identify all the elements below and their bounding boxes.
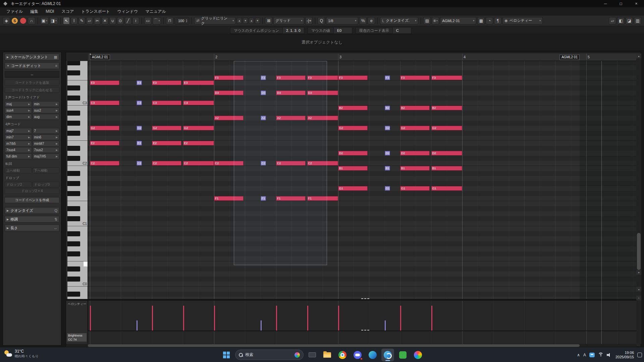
trim-tool[interactable]: ✂ <box>94 17 101 24</box>
white-key[interactable] <box>67 256 88 261</box>
white-key[interactable] <box>67 116 88 121</box>
quantize-preset-dropdown[interactable]: 1/8▾ <box>326 17 358 24</box>
midi-note[interactable]: E3 <box>90 80 119 85</box>
white-key[interactable] <box>67 226 88 231</box>
white-key[interactable] <box>67 297 88 299</box>
time-warp-tool[interactable]: ≀ <box>132 17 139 24</box>
info-value[interactable]: 2. 1. 3. 0 <box>282 27 304 34</box>
midi-note[interactable]: D2 <box>431 151 463 156</box>
line-tool[interactable]: ╱ <box>125 17 131 24</box>
velocity-stem[interactable] <box>276 306 277 330</box>
object-selection-tool[interactable]: ↖ <box>63 17 70 24</box>
minimize-button[interactable]: ─ <box>598 0 613 7</box>
velocity-lane[interactable] <box>88 301 636 330</box>
white-key[interactable]: C1 <box>67 221 88 226</box>
white-key[interactable] <box>67 211 88 216</box>
midi-note[interactable]: C2 <box>90 161 119 166</box>
white-key[interactable] <box>67 196 88 201</box>
discord-app-button[interactable] <box>351 349 364 361</box>
section-chord-edit[interactable]: ▼ コードエディット ≡ <box>5 62 59 69</box>
open-in-separate-window-icon[interactable]: ▱ <box>609 17 616 24</box>
white-key[interactable] <box>67 75 88 80</box>
record-step-input-button[interactable] <box>20 18 26 24</box>
black-key[interactable] <box>67 191 80 196</box>
part-editing-mode-icon[interactable]: ⌒▾ <box>153 17 161 24</box>
menu-item-1[interactable]: 編集 <box>26 7 42 15</box>
glue-tool[interactable]: ∪ <box>109 17 116 24</box>
event-list-icon[interactable]: ≡▾ <box>432 17 439 24</box>
midi-note[interactable]: E2 <box>183 141 214 145</box>
midi-note[interactable]: G2 <box>400 126 430 130</box>
white-key[interactable] <box>67 106 88 111</box>
midi-note[interactable]: G1 <box>338 186 368 191</box>
velocity-stem[interactable] <box>385 320 386 330</box>
white-key[interactable] <box>67 80 88 85</box>
menu-item-3[interactable]: スコア <box>58 7 77 15</box>
midi-note[interactable]: E2 <box>152 141 181 145</box>
setup-left-zone-icon[interactable]: ◧ <box>617 17 625 24</box>
pitch-visibility-icon[interactable]: ▣▾ <box>40 17 49 24</box>
scroll-down-button[interactable]: ▼ <box>636 270 641 275</box>
drop--2-button[interactable]: ドロップ2 <box>5 182 32 187</box>
black-key[interactable] <box>67 216 80 221</box>
velocity-stem[interactable] <box>214 306 215 330</box>
midi-note[interactable]: C3 <box>152 101 181 105</box>
midi-note[interactable]: C2 <box>183 161 214 166</box>
white-key[interactable] <box>67 236 88 241</box>
midi-note[interactable]: G2 <box>152 126 181 130</box>
black-key[interactable] <box>67 251 80 256</box>
lane-resize-handle[interactable] <box>361 330 369 330</box>
triad-aug-button[interactable]: aug▶ <box>33 114 60 120</box>
midi-note[interactable]: C2 <box>137 161 142 166</box>
velocity-stem[interactable] <box>90 306 91 330</box>
midi-note[interactable]: E3 <box>137 80 142 85</box>
velocity-stem[interactable] <box>152 306 153 330</box>
seventh-min6-button[interactable]: min6▶ <box>33 134 60 140</box>
setup-right-zone-icon[interactable]: ▥ <box>634 17 641 24</box>
velocity-stem[interactable] <box>400 306 401 330</box>
white-key[interactable] <box>67 136 88 141</box>
triad-maj-button[interactable]: maj▶ <box>5 101 32 107</box>
app-green-app-button[interactable] <box>396 349 409 361</box>
black-key[interactable] <box>67 292 80 297</box>
white-key[interactable] <box>67 90 88 96</box>
black-key[interactable] <box>67 121 80 126</box>
spinner-arrows[interactable]: ▲▼ <box>185 19 187 23</box>
white-key[interactable] <box>67 246 88 251</box>
midi-note[interactable]: D2 <box>400 151 430 156</box>
match-chord-track-button[interactable]: コードトラックに合わせる <box>5 87 59 93</box>
nudge-start-left-icon[interactable]: ▲ <box>237 18 242 24</box>
maximize-button[interactable]: □ <box>613 0 629 7</box>
velocity-stem[interactable] <box>431 306 432 330</box>
black-key[interactable] <box>67 96 80 101</box>
app-colorful-app-button[interactable] <box>412 349 424 361</box>
black-key[interactable] <box>67 61 80 65</box>
menu-item-6[interactable]: マニュアル <box>142 7 169 15</box>
chrome-app-button[interactable] <box>336 349 349 361</box>
triad-sus2-button[interactable]: sus2▶ <box>33 108 60 113</box>
volume-icon[interactable] <box>607 353 612 357</box>
midi-note[interactable]: F3 <box>431 75 463 80</box>
search-box[interactable]: 検索 <box>235 350 304 360</box>
seventh-maj7-button[interactable]: maj7▶ <box>5 128 32 134</box>
white-key[interactable]: C0 <box>67 282 88 287</box>
wifi-icon[interactable] <box>598 353 603 357</box>
show-part-borders-icon[interactable]: ▭ <box>144 17 152 24</box>
snap-type-icon[interactable]: ⊠ <box>265 17 272 24</box>
midi-note[interactable]: G1 <box>385 186 390 191</box>
file-explorer-app-button[interactable] <box>321 349 334 361</box>
black-key[interactable] <box>67 146 80 151</box>
black-key[interactable] <box>67 241 80 246</box>
seventh-minm7-button[interactable]: minM7▶ <box>33 141 60 146</box>
quantize-strength-spinner[interactable]: 100▲▼ <box>174 17 189 24</box>
midi-note[interactable]: G2 <box>385 126 390 130</box>
ruler[interactable]: AGML2 01 AGML2 01 2345 <box>88 54 636 61</box>
cc-lane-label[interactable]: Brightness CC 74 <box>67 333 87 342</box>
task-view-app-button[interactable] <box>306 349 319 361</box>
midi-note[interactable]: G2 <box>338 126 368 130</box>
midi-note[interactable]: B2 <box>385 106 390 110</box>
info-value[interactable]: E0 <box>333 27 352 34</box>
black-key[interactable] <box>67 231 80 236</box>
vertical-scrollbar[interactable]: ▲ ▼ ● + <box>636 54 641 344</box>
black-key[interactable] <box>67 266 80 272</box>
